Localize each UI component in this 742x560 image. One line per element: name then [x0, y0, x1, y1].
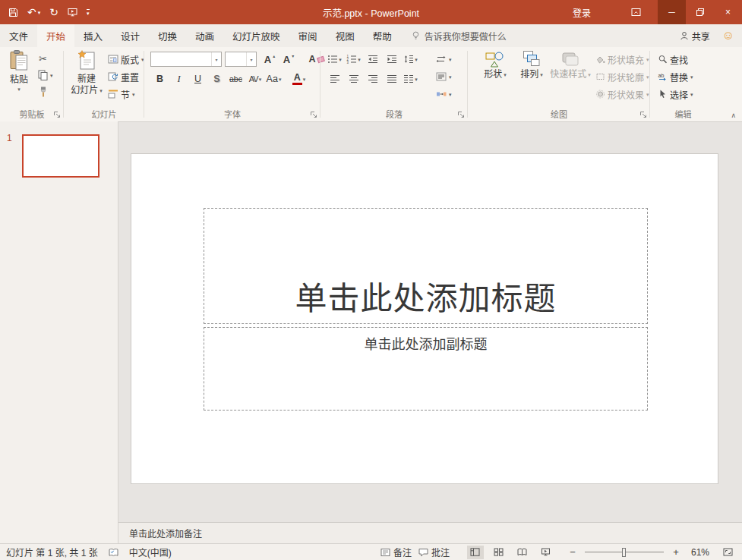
minimize-button[interactable]: ─: [658, 0, 686, 24]
select-dropdown-icon: ▾: [690, 92, 693, 97]
notes-pane[interactable]: 单击此处添加备注: [118, 522, 742, 543]
text-direction-button[interactable]: ▾: [436, 52, 452, 67]
ribbon-display-options-button[interactable]: [624, 0, 647, 24]
comments-toggle-button[interactable]: 批注: [418, 546, 450, 558]
tab-home[interactable]: 开始: [37, 24, 74, 47]
section-button[interactable]: 节 ▾: [108, 87, 135, 102]
replace-button[interactable]: ab 替换 ▾: [658, 69, 693, 84]
slides-thumbnail-panel[interactable]: 1: [0, 121, 118, 543]
tab-design[interactable]: 设计: [112, 24, 149, 47]
collapse-ribbon-button[interactable]: ∧: [731, 112, 736, 119]
change-case-button[interactable]: Aa ▾: [264, 71, 283, 87]
tab-file[interactable]: 文件: [0, 24, 37, 47]
clear-formatting-label: A: [308, 54, 315, 64]
drawing-dialog-launcher[interactable]: [639, 111, 647, 118]
arrange-icon: [523, 50, 541, 68]
find-button[interactable]: 查找: [658, 52, 688, 67]
fit-slide-to-window-button[interactable]: [719, 546, 736, 559]
clipboard-dialog-launcher[interactable]: [53, 111, 61, 118]
text-shadow-button[interactable]: S: [207, 71, 226, 87]
zoom-slider-thumb[interactable]: [622, 548, 626, 557]
redo-button[interactable]: ↻: [49, 7, 58, 17]
undo-button[interactable]: ↶ ▾: [27, 7, 40, 17]
paragraph-dialog-launcher[interactable]: [457, 111, 465, 118]
restore-button[interactable]: [686, 0, 714, 24]
reading-view-button[interactable]: [514, 546, 531, 559]
font-name-dropdown-icon[interactable]: ▾: [211, 52, 221, 66]
increase-font-size-button[interactable]: A▴: [260, 52, 279, 67]
font-size-dropdown-icon[interactable]: ▾: [246, 52, 256, 66]
underline-button[interactable]: U: [188, 71, 207, 87]
slide-sorter-view-button[interactable]: [491, 546, 507, 559]
new-slide-label-line1: 新建: [77, 71, 96, 84]
tell-me-search[interactable]: 告诉我你想要做什么: [412, 24, 507, 47]
zoom-out-button[interactable]: −: [567, 546, 578, 558]
align-text-button[interactable]: ▾: [436, 69, 452, 84]
share-label: 共享: [692, 30, 710, 42]
normal-view-button[interactable]: [467, 546, 484, 559]
zoom-percentage[interactable]: 61%: [691, 547, 709, 558]
notes-toggle-button[interactable]: 备注: [380, 546, 412, 558]
tab-review[interactable]: 审阅: [289, 24, 327, 47]
bullets-button[interactable]: ▾: [325, 52, 344, 67]
reset-button[interactable]: 重置: [108, 69, 139, 84]
shape-fill-button[interactable]: 形状填充 ▾: [595, 52, 649, 67]
line-spacing-button[interactable]: ▾: [401, 52, 420, 67]
align-center-button[interactable]: [344, 71, 363, 87]
cut-button[interactable]: ✂: [39, 51, 47, 66]
font-size-combobox[interactable]: ▾: [225, 52, 257, 67]
slide[interactable]: 单击此处添加标题 单击此处添加副标题: [131, 153, 718, 484]
spell-check-icon[interactable]: [109, 548, 118, 557]
tab-animations[interactable]: 动画: [186, 24, 223, 47]
align-text-dropdown-icon: ▾: [449, 74, 452, 80]
decrease-font-size-button[interactable]: A▾: [279, 52, 298, 67]
font-color-button[interactable]: A ▾: [289, 71, 308, 87]
numbering-button[interactable]: 1 2 3 ▾: [344, 52, 363, 67]
select-button[interactable]: 选择 ▾: [658, 87, 693, 102]
justify-button[interactable]: [382, 71, 401, 87]
tab-help[interactable]: 帮助: [364, 24, 401, 47]
zoom-in-button[interactable]: +: [671, 546, 681, 558]
shapes-button[interactable]: 形状 ▾: [478, 50, 512, 80]
layout-button[interactable]: 版式 ▾: [108, 52, 144, 67]
slideshow-view-button[interactable]: [538, 546, 554, 559]
bold-button[interactable]: B: [150, 71, 169, 87]
share-button[interactable]: 共享: [680, 30, 710, 42]
arrange-button[interactable]: 排列 ▾: [515, 50, 548, 80]
ribbon-group-clipboard: 粘贴 ▾ ✂ ▾ 剪贴板: [0, 47, 64, 121]
align-left-button[interactable]: [325, 71, 344, 87]
columns-button[interactable]: ▾: [401, 71, 420, 87]
convert-to-smartart-button[interactable]: ▾: [436, 87, 452, 102]
format-painter-button[interactable]: [39, 84, 48, 99]
font-name-combobox[interactable]: ▾: [150, 52, 222, 67]
quick-styles-button[interactable]: 快速样式 ▾: [548, 50, 592, 80]
feedback-smiley-icon[interactable]: ☺: [722, 30, 734, 42]
start-slideshow-button[interactable]: [68, 8, 77, 17]
paste-button[interactable]: 粘贴 ▾: [4, 50, 34, 92]
tab-view[interactable]: 视图: [327, 24, 364, 47]
title-placeholder[interactable]: 单击此处添加标题: [204, 208, 648, 324]
customize-qat-button[interactable]: ▾: [87, 9, 90, 16]
align-right-button[interactable]: [363, 71, 382, 87]
undo-dropdown-icon[interactable]: ▾: [38, 10, 41, 15]
font-dialog-launcher[interactable]: [310, 111, 317, 118]
character-spacing-button[interactable]: AV ▾: [245, 71, 264, 87]
tab-insert[interactable]: 插入: [74, 24, 112, 47]
subtitle-placeholder[interactable]: 单击此处添加副标题: [204, 327, 648, 411]
close-button[interactable]: ×: [714, 0, 742, 24]
sign-in-button[interactable]: 登录: [573, 6, 591, 19]
decrease-indent-button[interactable]: [363, 52, 382, 67]
slide-thumbnail[interactable]: [22, 134, 99, 178]
italic-button[interactable]: I: [169, 71, 188, 87]
tab-slide-show[interactable]: 幻灯片放映: [223, 24, 289, 47]
shape-outline-button[interactable]: 形状轮廓 ▾: [595, 69, 649, 84]
new-slide-button[interactable]: 新建 幻灯片 ▾: [68, 50, 106, 96]
save-button[interactable]: [8, 8, 18, 17]
copy-button[interactable]: ▾: [38, 68, 53, 83]
language-indicator[interactable]: 中文(中国): [129, 546, 172, 558]
strikethrough-button[interactable]: abc: [226, 71, 245, 87]
tab-transitions[interactable]: 切换: [149, 24, 186, 47]
increase-indent-button[interactable]: [382, 52, 401, 67]
zoom-slider[interactable]: [585, 547, 664, 558]
shape-effects-button[interactable]: 形状效果 ▾: [595, 87, 649, 102]
